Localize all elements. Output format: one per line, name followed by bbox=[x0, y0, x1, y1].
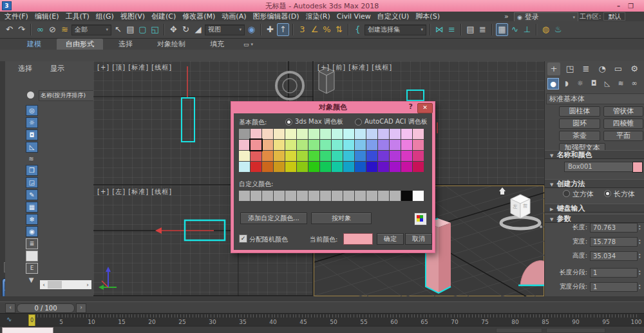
custom-color-swatch[interactable] bbox=[343, 191, 354, 201]
palette-swatch[interactable] bbox=[274, 151, 285, 161]
material-editor-icon[interactable]: ◍ bbox=[540, 23, 551, 36]
restore-button[interactable]: ❐ bbox=[628, 3, 634, 10]
next-frame-button[interactable]: › bbox=[76, 303, 86, 313]
filter-xrefs-icon[interactable]: ◲ bbox=[26, 177, 38, 188]
object-name-field[interactable]: Box001 bbox=[564, 162, 633, 172]
select-move-icon[interactable]: ✥ bbox=[168, 23, 179, 36]
object-type-button[interactable]: 管状体 bbox=[603, 106, 643, 117]
home-icon[interactable] bbox=[499, 187, 506, 195]
palette-swatch[interactable] bbox=[297, 162, 308, 172]
ribbon-minimize-icon[interactable]: ▭ bbox=[243, 41, 249, 48]
palette-swatch[interactable] bbox=[390, 151, 401, 161]
spinner-control[interactable]: ▴▾ bbox=[639, 238, 641, 245]
close-button[interactable]: ✕ bbox=[417, 103, 433, 113]
filter-containers-icon[interactable]: ▦ bbox=[26, 202, 38, 213]
palette-swatch[interactable] bbox=[274, 140, 285, 150]
utilities-tab-icon[interactable]: ⚙ bbox=[628, 62, 641, 75]
palette-swatch[interactable] bbox=[401, 140, 412, 150]
menu-item[interactable]: 创建(C) bbox=[148, 12, 179, 21]
palette-swatch[interactable] bbox=[355, 129, 366, 139]
palette-swatch[interactable] bbox=[401, 129, 412, 139]
menu-item[interactable]: 工具(T) bbox=[62, 12, 92, 21]
ok-button[interactable]: 确定 bbox=[377, 233, 404, 245]
object-type-button[interactable]: 圆环 bbox=[559, 119, 600, 129]
parameter-value-field[interactable]: 35.034 bbox=[590, 251, 638, 261]
menu-item[interactable]: 文件(F) bbox=[1, 12, 32, 21]
palette-swatch[interactable] bbox=[355, 140, 366, 150]
palette-swatch[interactable] bbox=[378, 129, 389, 139]
window-titlebar[interactable]: 3 无标题 - Autodesk 3ds Max 2018 – ❐ bbox=[0, 0, 644, 12]
filter-frozen-icon[interactable]: ❄ bbox=[26, 214, 38, 225]
percent-snap-icon[interactable]: % bbox=[321, 23, 332, 36]
palette-swatch[interactable] bbox=[320, 162, 331, 172]
filter-lights-icon[interactable]: ☼ bbox=[26, 117, 38, 128]
current-color-swatch[interactable] bbox=[343, 233, 373, 245]
menu-item[interactable]: 图形编辑器(D) bbox=[249, 12, 302, 21]
time-slider[interactable]: 0 / 100 bbox=[17, 303, 75, 313]
palette-swatch[interactable] bbox=[413, 140, 424, 150]
palette-swatch[interactable] bbox=[262, 140, 273, 150]
menu-item[interactable]: 动画(A) bbox=[218, 12, 249, 21]
named-selection-dropdown[interactable]: 创建选择集▾ bbox=[365, 24, 426, 35]
track-bar[interactable]: ∿ 05101520253035404550556065707580859095… bbox=[0, 313, 644, 326]
mirror-icon[interactable]: ⋈ bbox=[434, 23, 445, 36]
palette-swatch[interactable] bbox=[308, 129, 319, 139]
palette-swatch[interactable] bbox=[320, 140, 331, 150]
rectangular-selection-icon[interactable]: ▢ bbox=[137, 23, 148, 36]
select-by-name-icon[interactable]: ▤ bbox=[125, 23, 136, 36]
select-scale-icon[interactable]: ◢ bbox=[193, 23, 204, 36]
spinner-control[interactable]: ▴▾ bbox=[639, 252, 641, 259]
custom-color-swatch[interactable] bbox=[366, 191, 377, 201]
dialog-title[interactable]: 对象颜色 bbox=[231, 102, 435, 113]
menu-item[interactable]: 组(G) bbox=[93, 12, 117, 21]
menu-item[interactable]: 自定义(U) bbox=[374, 12, 413, 21]
edit-name-icon[interactable]: E bbox=[26, 263, 38, 274]
ribbon-tab[interactable]: 填充 bbox=[201, 39, 233, 50]
select-object-icon[interactable]: ↖ bbox=[113, 23, 124, 36]
palette-swatch[interactable] bbox=[308, 151, 319, 161]
filter-bones-icon[interactable]: ✎ bbox=[26, 189, 38, 200]
object-type-button[interactable]: 平面 bbox=[603, 131, 643, 141]
palette-swatch[interactable] bbox=[343, 151, 354, 161]
snap-toggle-icon[interactable]: 3 bbox=[297, 23, 308, 36]
palette-swatch[interactable] bbox=[343, 162, 354, 172]
maxscript-mini-listener[interactable] bbox=[2, 327, 53, 333]
geometry-category-icon[interactable]: ● bbox=[547, 78, 559, 90]
edit-named-selection-icon[interactable]: { } bbox=[352, 23, 363, 36]
palette-swatch[interactable] bbox=[366, 129, 377, 139]
palette-swatch[interactable] bbox=[297, 151, 308, 161]
display-tab-icon[interactable]: ▭ bbox=[612, 62, 625, 75]
palette-swatch[interactable] bbox=[413, 162, 424, 172]
palette-swatch[interactable] bbox=[343, 129, 354, 139]
minimize-button[interactable]: – bbox=[617, 3, 620, 10]
name-column-header[interactable]: 名称(按升序排序) bbox=[39, 90, 95, 101]
custom-color-swatch[interactable] bbox=[355, 191, 366, 201]
chevron-down-icon[interactable]: ▾ bbox=[251, 42, 254, 47]
radio-cube[interactable]: 立方体 bbox=[563, 189, 594, 199]
custom-color-swatch[interactable] bbox=[332, 191, 343, 201]
radio-box[interactable]: 长方体 bbox=[604, 189, 635, 199]
palette-swatch[interactable] bbox=[378, 140, 389, 150]
filter-helpers-icon[interactable]: ◺ bbox=[26, 142, 38, 153]
custom-color-swatch[interactable] bbox=[285, 191, 296, 201]
previous-frame-button[interactable]: ‹ bbox=[5, 303, 15, 313]
palette-swatch[interactable] bbox=[366, 151, 377, 161]
rollout-parameters[interactable]: ▼参数 bbox=[545, 214, 644, 223]
custom-color-swatch[interactable] bbox=[262, 191, 273, 201]
workspace-selector[interactable]: 工作区: 默认 bbox=[580, 12, 625, 21]
palette-swatch[interactable] bbox=[251, 162, 261, 172]
palette-swatch[interactable] bbox=[239, 151, 250, 161]
object-type-dropdown[interactable]: 标准基本体 bbox=[546, 93, 644, 104]
palette-swatch[interactable] bbox=[332, 140, 343, 150]
palette-swatch[interactable] bbox=[355, 151, 366, 161]
undo-icon[interactable]: ↶ bbox=[4, 23, 15, 36]
palette-swatch[interactable] bbox=[274, 129, 285, 139]
workspace-value[interactable]: 默认 bbox=[603, 12, 625, 21]
viewport-label[interactable]: [+] [左] [标准] [线框] bbox=[97, 187, 172, 196]
help-button[interactable]: ? bbox=[409, 102, 413, 111]
viewport-label[interactable]: [+] [前] [标准] [线框] bbox=[317, 63, 392, 72]
redo-icon[interactable]: ↷ bbox=[16, 23, 27, 36]
tab-select[interactable]: 选择 bbox=[18, 64, 32, 73]
sign-in-control[interactable]: ◉ 登录 ▾ bbox=[514, 12, 578, 22]
palette-swatch[interactable] bbox=[239, 129, 250, 139]
